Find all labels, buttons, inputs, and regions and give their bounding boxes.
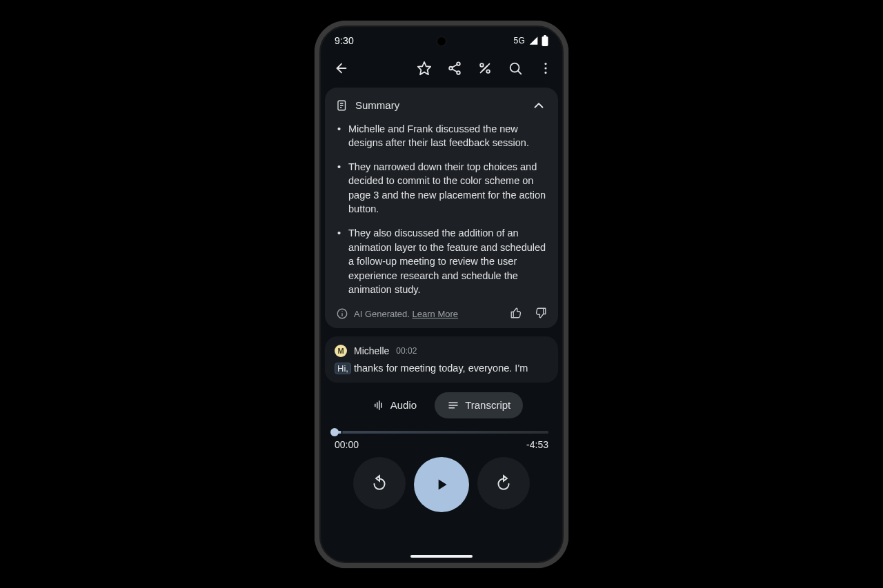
signal-icon [528,36,539,45]
status-bar: 9:30 5G [319,30,564,52]
summary-item: Michelle and Frank discussed the new des… [336,122,547,150]
info-icon [336,307,348,320]
svg-point-18 [341,311,342,312]
player-controls [325,457,558,527]
transcript-text: Hi, thanks for meeting today, everyone. … [335,363,548,374]
svg-point-9 [544,63,546,65]
collapse-summary-button[interactable] [530,97,547,114]
speaker-timestamp: 00:02 [396,346,417,356]
transcript-tab-label: Transcript [465,399,510,411]
star-button[interactable] [410,54,438,82]
thumbs-up-button[interactable] [510,307,522,321]
view-switcher: Audio Transcript [325,392,558,418]
speaker-name: Michelle [354,345,389,356]
elapsed-time: 00:00 [335,439,359,450]
svg-point-10 [544,67,546,69]
rewind-button[interactable] [353,457,406,509]
svg-point-7 [486,70,490,73]
svg-rect-19 [375,404,376,407]
battery-icon [542,35,548,46]
svg-rect-21 [379,401,380,410]
svg-point-11 [544,71,546,73]
status-time: 9:30 [335,35,354,46]
speaker-avatar: M [335,345,347,357]
svg-rect-22 [381,403,382,408]
summary-title: Summary [355,99,399,111]
summary-item: They narrowed down their top choices and… [336,160,547,216]
home-indicator[interactable] [410,555,473,558]
share-button[interactable] [441,54,468,82]
transcript-tab[interactable]: Transcript [435,392,523,418]
svg-marker-2 [418,61,430,74]
play-button[interactable] [414,457,469,512]
transcript-snippet[interactable]: M Michelle 00:02 Hi, thanks for meeting … [325,336,558,383]
thumbs-down-button[interactable] [535,307,547,321]
remaining-time: -4:53 [526,439,548,450]
phone-side-button [568,205,568,224]
svg-rect-1 [544,35,546,37]
svg-point-6 [480,63,484,67]
back-button[interactable] [328,54,355,82]
ai-generated-label: AI Generated. Learn More [354,309,458,319]
seek-slider[interactable] [335,431,548,434]
audio-tab[interactable]: Audio [360,392,429,418]
transcript-highlight: Hi, [335,363,351,374]
more-button[interactable] [532,54,559,82]
seek-thumb[interactable] [330,428,339,436]
svg-rect-20 [377,402,378,408]
network-type: 5G [514,36,525,45]
search-button[interactable] [502,54,529,82]
learn-more-link[interactable]: Learn More [413,309,458,319]
svg-rect-0 [542,36,548,45]
summary-icon [336,99,348,112]
audio-tab-label: Audio [390,399,417,411]
crop-button[interactable] [471,54,499,82]
summary-item: They also discussed the addition of an a… [336,226,547,297]
summary-card: Summary Michelle and Frank discussed the… [325,88,558,328]
app-bar [319,52,564,85]
forward-button[interactable] [477,457,530,509]
summary-list: Michelle and Frank discussed the new des… [336,122,547,297]
